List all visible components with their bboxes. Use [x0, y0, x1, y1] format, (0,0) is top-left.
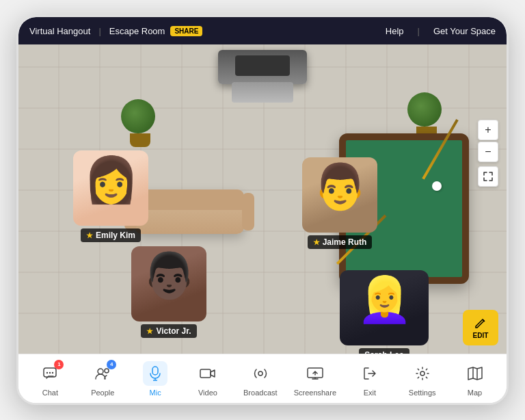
people-icon-wrapper: 4 — [90, 361, 115, 386]
share-badge[interactable]: SHARE — [170, 26, 202, 36]
star-icon-victor: ★ — [146, 327, 153, 336]
plant-foliage-left — [121, 99, 155, 133]
chat-icon-wrapper: 1 — [38, 361, 62, 386]
plant-left — [121, 99, 159, 140]
zoom-controls: + − — [478, 120, 498, 187]
toolbar-mic[interactable]: Mic — [136, 361, 174, 397]
mic-icon — [148, 366, 162, 381]
zoom-in-button[interactable]: + — [478, 120, 498, 140]
toolbar-map[interactable]: Map — [456, 361, 494, 397]
zoom-out-button[interactable]: − — [478, 142, 498, 162]
toolbar-settings[interactable]: Settings — [403, 361, 442, 397]
avatar-sarah[interactable]: Sarah Lee — [340, 270, 429, 354]
edit-label: EDIT — [473, 332, 489, 339]
plant-foliage-right — [407, 92, 442, 127]
screenshare-label: Screenshare — [294, 389, 336, 397]
exit-label: Exit — [364, 389, 376, 397]
mic-label: Mic — [150, 389, 161, 397]
toolbar-people[interactable]: 4 People — [83, 361, 122, 397]
get-space-link[interactable]: Get Your Space — [433, 26, 496, 36]
video-label: Video — [198, 389, 217, 397]
star-icon-jaime: ★ — [313, 238, 320, 247]
plant-pot-left — [130, 133, 150, 147]
svg-rect-9 — [200, 369, 211, 378]
screenshare-icon — [307, 367, 323, 380]
header: Virtual Hangout | Escape Room SHARE Help… — [18, 17, 507, 44]
avatar-name-emily: Emily Kim — [96, 231, 135, 240]
header-divider: | — [98, 26, 100, 36]
avatar-label-emily: ★ Emily Kim — [81, 228, 141, 242]
svg-point-1 — [46, 371, 48, 373]
header-left: Virtual Hangout | Escape Room SHARE — [29, 26, 202, 36]
settings-icon — [415, 366, 430, 381]
broadcast-label: Broadcast — [243, 389, 278, 397]
svg-point-5 — [105, 369, 109, 373]
sofa-furniture — [135, 189, 244, 251]
toolbar: 1 Chat 4 People — [18, 354, 507, 403]
people-label: People — [91, 389, 114, 397]
video-icon — [200, 367, 216, 380]
toolbar-video[interactable]: Video — [189, 361, 227, 397]
header-divider-2: | — [418, 26, 420, 36]
svg-point-4 — [98, 369, 103, 374]
billiard-ball — [432, 181, 442, 191]
video-icon-wrapper — [196, 361, 220, 386]
broadcast-icon — [253, 366, 268, 381]
toolbar-screenshare[interactable]: Screenshare — [294, 361, 336, 397]
avatar-victor[interactable]: ★ Victor Jr. — [131, 246, 206, 338]
plant-right — [407, 92, 445, 133]
settings-icon-wrapper — [410, 361, 435, 386]
edit-button[interactable]: EDIT — [463, 310, 498, 345]
avatar-jaime[interactable]: ★ Jaime Ruth — [302, 157, 377, 249]
avatar-label-sarah: Sarah Lee — [359, 348, 409, 354]
star-icon-emily: ★ — [86, 231, 93, 240]
avatar-photo-jaime — [302, 157, 377, 233]
toolbar-broadcast[interactable]: Broadcast — [241, 361, 280, 397]
help-link[interactable]: Help — [386, 26, 404, 36]
people-badge: 4 — [107, 360, 116, 369]
avatar-photo-victor — [131, 246, 206, 321]
map-label: Map — [468, 389, 482, 397]
toolbar-chat[interactable]: 1 Chat — [31, 361, 69, 397]
svg-point-3 — [52, 371, 53, 373]
fullscreen-button[interactable] — [478, 166, 498, 187]
map-icon — [468, 366, 483, 381]
ceiling-ac-decoration — [232, 82, 293, 103]
room-name: Escape Room — [109, 26, 165, 36]
avatar-name-jaime: Jaime Ruth — [323, 237, 367, 247]
svg-point-2 — [49, 371, 51, 373]
broadcast-icon-wrapper — [248, 361, 273, 386]
mic-icon-wrapper — [143, 361, 167, 386]
svg-point-11 — [420, 371, 425, 376]
main-area: ★ Emily Kim ★ Victor Jr. ★ Jaime Ruth — [18, 44, 507, 354]
hvac-decoration — [218, 50, 307, 84]
avatar-photo-sarah — [340, 270, 429, 345]
edit-icon — [474, 317, 487, 330]
sofa-body — [135, 189, 244, 234]
avatar-label-victor: ★ Victor Jr. — [141, 324, 196, 338]
svg-rect-6 — [152, 367, 158, 375]
device-frame: Virtual Hangout | Escape Room SHARE Help… — [16, 15, 509, 405]
avatar-name-sarah: Sarah Lee — [364, 350, 403, 354]
exit-icon — [362, 366, 377, 381]
toolbar-exit[interactable]: Exit — [351, 361, 389, 397]
settings-label: Settings — [409, 389, 436, 397]
screenshare-icon-wrapper — [303, 361, 327, 386]
map-icon-wrapper — [463, 361, 487, 386]
header-right: Help | Get Your Space — [386, 26, 496, 36]
exit-icon-wrapper — [358, 361, 382, 386]
app-container: Virtual Hangout | Escape Room SHARE Help… — [18, 17, 507, 403]
avatar-name-victor: Victor Jr. — [156, 326, 191, 336]
chat-label: Chat — [42, 389, 58, 397]
sofa-right-arm — [242, 193, 254, 231]
chat-badge: 1 — [54, 360, 64, 369]
avatar-photo-emily — [73, 150, 148, 226]
avatar-label-jaime: ★ Jaime Ruth — [308, 235, 373, 249]
avatar-emily[interactable]: ★ Emily Kim — [73, 150, 148, 242]
app-title: Virtual Hangout — [29, 26, 90, 36]
